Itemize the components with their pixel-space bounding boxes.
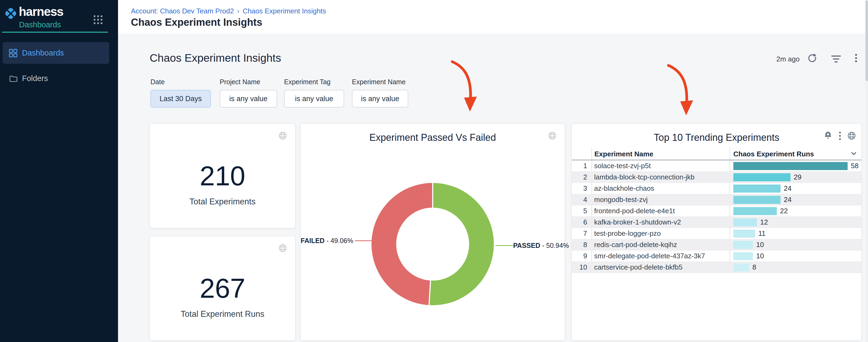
row-name: test-probe-logger-pzo bbox=[591, 229, 730, 238]
row-value: 58 bbox=[851, 162, 859, 170]
sidebar: harness Dashboards Dashboards Folders bbox=[0, 0, 118, 342]
filter-experiment-name-button[interactable]: is any value bbox=[352, 90, 408, 107]
row-bar[interactable] bbox=[733, 218, 757, 226]
row-value: 11 bbox=[758, 229, 766, 238]
table-card-title: Top 10 Trending Experiments bbox=[572, 132, 861, 143]
filter-icon[interactable] bbox=[831, 56, 841, 64]
row-rank: 7 bbox=[572, 229, 591, 238]
row-bar-cell: 12 bbox=[730, 218, 768, 226]
row-bar-cell: 24 bbox=[730, 195, 792, 204]
folder-icon bbox=[8, 74, 18, 83]
row-bar-cell: 11 bbox=[730, 229, 766, 238]
globe-icon[interactable] bbox=[278, 243, 287, 254]
row-bar[interactable] bbox=[733, 173, 790, 181]
row-name: kafka-broker-1-shutdown-v2 bbox=[591, 218, 730, 226]
stat-value: 210 bbox=[150, 160, 295, 192]
row-rank: 3 bbox=[572, 184, 591, 193]
stat-value: 267 bbox=[150, 273, 295, 304]
breadcrumb-current-link[interactable]: Chaos Experiment Insights bbox=[243, 7, 326, 15]
donut-chart[interactable] bbox=[372, 183, 494, 305]
row-name: az-blackhole-chaos bbox=[591, 184, 730, 193]
row-bar[interactable] bbox=[733, 263, 749, 272]
row-value: 10 bbox=[756, 241, 764, 249]
donut-card-title: Experiment Passed Vs Failed bbox=[301, 132, 565, 143]
topbar: Account: Chaos Dev Team Prod2›Chaos Expe… bbox=[118, 0, 868, 34]
row-name: smr-delegate-pod-delete-437az-3k7 bbox=[591, 252, 730, 260]
row-value: 8 bbox=[752, 263, 756, 272]
table-row[interactable]: 5 frontend-pod-delete-e4e1t 22 bbox=[572, 206, 861, 217]
row-rank: 4 bbox=[572, 195, 591, 204]
table-row[interactable]: 6 kafka-broker-1-shutdown-v2 12 bbox=[572, 217, 861, 228]
dashboard-more-menu-icon[interactable] bbox=[855, 54, 857, 64]
row-value: 29 bbox=[794, 173, 802, 181]
row-rank: 10 bbox=[572, 263, 591, 272]
tile-more-menu-icon[interactable] bbox=[839, 132, 841, 142]
row-name: lambda-block-tcp-connection-jkb bbox=[591, 173, 730, 181]
donut-label-passed: PASSED- 50.94% bbox=[513, 242, 569, 249]
dashboard-title: Chaos Experiment Insights bbox=[150, 52, 281, 64]
sidebar-item-label: Folders bbox=[22, 74, 48, 83]
row-bar-cell: 58 bbox=[730, 162, 859, 170]
filter-experiment-tag-button[interactable]: is any value bbox=[284, 90, 344, 107]
failed-series-name: FAILED bbox=[301, 237, 324, 244]
column-header-experiment-name[interactable]: Experiment Name bbox=[594, 150, 653, 158]
trending-experiments-card: Top 10 Trending Experiments Experiment N… bbox=[572, 124, 861, 340]
last-refreshed-text: 2m ago bbox=[769, 55, 800, 63]
failed-series-pct: - 49.06% bbox=[327, 237, 353, 244]
row-bar-cell: 24 bbox=[730, 184, 792, 193]
alert-bell-icon[interactable] bbox=[824, 131, 833, 141]
sidebar-item-folders[interactable]: Folders bbox=[3, 68, 109, 89]
donut-label-failed: FAILED- 49.06% bbox=[301, 237, 352, 245]
filter-project-name-button[interactable]: is any value bbox=[220, 90, 277, 107]
row-bar[interactable] bbox=[733, 207, 777, 215]
row-value: 24 bbox=[784, 184, 792, 193]
breadcrumb: Account: Chaos Dev Team Prod2›Chaos Expe… bbox=[131, 7, 326, 15]
refresh-icon[interactable] bbox=[807, 53, 817, 64]
row-bar[interactable] bbox=[733, 241, 753, 249]
breadcrumb-account-link[interactable]: Account: Chaos Dev Team Prod2 bbox=[131, 7, 234, 15]
annotation-arrow bbox=[448, 60, 478, 113]
harness-logo-icon[interactable] bbox=[4, 7, 17, 20]
row-name: redis-cart-pod-delete-kqihz bbox=[591, 241, 730, 249]
table-row[interactable]: 1 solace-test-zvj-p5t 58 bbox=[572, 160, 861, 172]
sidebar-item-dashboards[interactable]: Dashboards bbox=[3, 42, 109, 64]
globe-icon[interactable] bbox=[278, 131, 287, 142]
filter-date-button[interactable]: Last 30 Days bbox=[151, 90, 211, 107]
row-bar[interactable] bbox=[733, 185, 780, 193]
filter-label-experiment-tag: Experiment Tag bbox=[284, 78, 331, 86]
breadcrumb-separator: › bbox=[234, 7, 243, 15]
filter-label-date: Date bbox=[151, 78, 165, 86]
scrollbar-track bbox=[865, 0, 868, 342]
trending-table-body: 1 solace-test-zvj-p5t 58 2 lambda-block-… bbox=[572, 160, 861, 273]
scrollbar-thumb[interactable] bbox=[866, 1, 868, 81]
row-bar-cell: 8 bbox=[730, 263, 756, 272]
table-row[interactable]: 8 redis-cart-pod-delete-kqihz 10 bbox=[572, 239, 861, 251]
row-bar[interactable] bbox=[733, 196, 780, 204]
row-rank: 2 bbox=[572, 173, 591, 181]
globe-icon[interactable] bbox=[847, 131, 857, 142]
product-label: Dashboards bbox=[19, 21, 61, 29]
table-row[interactable]: 9 smr-delegate-pod-delete-437az-3k7 10 bbox=[572, 251, 861, 262]
row-bar[interactable] bbox=[733, 252, 753, 260]
row-bar[interactable] bbox=[733, 162, 848, 170]
app-switcher-icon[interactable] bbox=[94, 15, 102, 24]
globe-icon[interactable] bbox=[548, 131, 557, 142]
table-row[interactable]: 4 mongodb-test-zvj 24 bbox=[572, 194, 861, 206]
stat-card-total-experiment-runs: 267 Total Experiment Runs bbox=[150, 236, 295, 340]
failed-leader-line bbox=[355, 240, 374, 241]
row-value: 22 bbox=[780, 207, 788, 215]
chevron-down-icon[interactable] bbox=[851, 152, 857, 156]
table-row[interactable]: 10 cartservice-pod-delete-bkfb5 8 bbox=[572, 262, 861, 273]
row-bar-cell: 10 bbox=[730, 252, 764, 260]
logo-text[interactable]: harness bbox=[19, 4, 63, 19]
table-row[interactable]: 3 az-blackhole-chaos 24 bbox=[572, 183, 861, 194]
row-bar[interactable] bbox=[733, 229, 755, 238]
table-row[interactable]: 2 lambda-block-tcp-connection-jkb 29 bbox=[572, 172, 861, 183]
row-bar-cell: 10 bbox=[730, 241, 764, 249]
donut-hole bbox=[396, 208, 469, 281]
column-header-chaos-experiment-runs[interactable]: Chaos Experiment Runs bbox=[733, 150, 814, 158]
table-row[interactable]: 7 test-probe-logger-pzo 11 bbox=[572, 228, 861, 239]
row-rank: 6 bbox=[572, 218, 591, 226]
donut-card-passed-vs-failed: Experiment Passed Vs Failed FAILED- 49.0… bbox=[301, 124, 565, 340]
filter-label-experiment-name: Experiment Name bbox=[352, 78, 406, 86]
